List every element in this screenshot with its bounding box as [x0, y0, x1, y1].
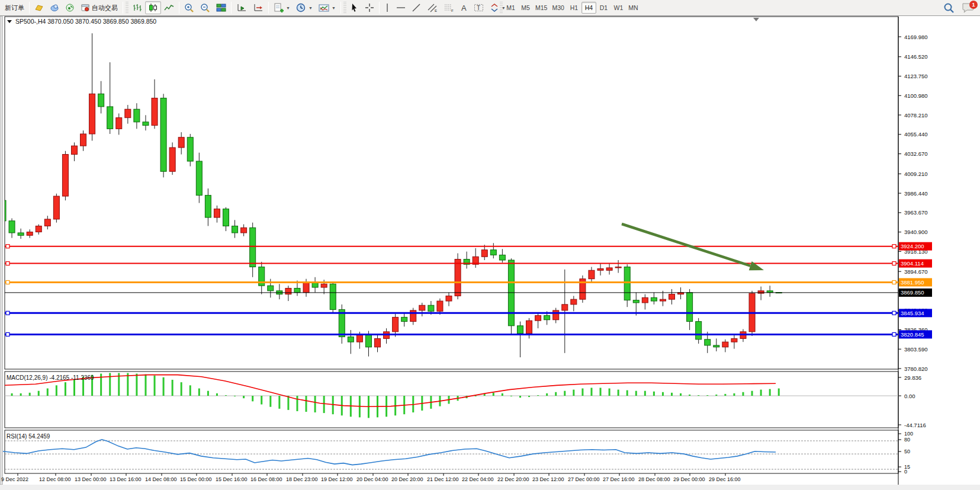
equidistant-channel-icon: E — [427, 3, 438, 12]
market-watch-button[interactable] — [31, 1, 47, 14]
notification-badge: 1 — [969, 1, 978, 9]
candle-body — [53, 196, 59, 219]
macd-histogram-bar — [778, 389, 780, 396]
line-chart-button[interactable] — [161, 1, 177, 14]
candle-body — [767, 291, 773, 293]
toolbar-grip[interactable] — [500, 2, 503, 14]
price-axis-label: 4169.980 — [904, 34, 928, 40]
zoom-out-button[interactable] — [197, 1, 213, 14]
macd-histogram-bar — [742, 392, 744, 396]
tab-h4[interactable]: H4 — [581, 2, 596, 14]
hline-handle[interactable] — [892, 245, 896, 248]
cursor-tool-button[interactable] — [347, 1, 362, 14]
rsi-axis-label: 100 — [904, 431, 913, 437]
candle-body — [223, 209, 229, 226]
periods-button[interactable]: ▼ — [293, 1, 316, 14]
tab-w1[interactable]: W1 — [611, 2, 626, 14]
auto-scroll-button[interactable] — [233, 1, 250, 14]
macd-histogram-bar — [689, 395, 690, 396]
main-price-pane[interactable] — [5, 17, 898, 369]
tab-m1[interactable]: M1 — [503, 2, 518, 14]
tab-d1[interactable]: D1 — [596, 2, 611, 14]
time-axis-label: 9 Dec 2022 — [1, 476, 28, 482]
macd-histogram-bar — [144, 374, 146, 396]
hline-handle[interactable] — [892, 280, 896, 284]
new-order-button[interactable]: 新订单 — [2, 1, 27, 14]
hline-handle[interactable] — [892, 262, 896, 265]
candle-body — [696, 322, 702, 340]
price-tag-label: 3881.950 — [901, 279, 924, 286]
candle-body — [455, 260, 461, 296]
candle-body — [589, 270, 595, 278]
hline-handle[interactable] — [6, 311, 9, 315]
text-tool-button[interactable]: A — [457, 1, 471, 14]
tile-windows-icon — [216, 3, 226, 12]
tab-mn[interactable]: MN — [626, 2, 641, 14]
notifications-button[interactable]: 1 — [961, 1, 976, 15]
price-axis-label: 3963.670 — [904, 209, 928, 216]
candle-body — [633, 300, 639, 303]
zoom-in-button[interactable] — [181, 1, 197, 14]
indicators-button[interactable]: ▼ — [271, 1, 293, 14]
candle-body — [18, 233, 24, 235]
time-axis-label: 19 Dec 12:00 — [321, 476, 353, 482]
crosshair-tool-button[interactable] — [362, 1, 377, 14]
vline-tool-button[interactable] — [381, 1, 393, 14]
candle-body — [526, 321, 532, 334]
candle-body — [178, 137, 184, 148]
signals-button[interactable] — [62, 1, 78, 14]
channel-tool-button[interactable]: E — [424, 1, 441, 14]
candlestick-chart-button[interactable] — [145, 1, 161, 14]
toolbar-grip[interactable] — [126, 2, 128, 14]
candle-body — [356, 335, 362, 342]
candle-body — [428, 305, 434, 311]
autotrading-button[interactable]: 自动交易 — [78, 1, 121, 14]
tab-h1[interactable]: H1 — [567, 2, 581, 14]
cursor-icon — [350, 3, 359, 12]
chart-shift-button[interactable] — [250, 1, 266, 14]
macd-histogram-bar — [323, 396, 325, 413]
label-tool-button[interactable]: T — [471, 1, 487, 14]
macd-histogram-bar — [269, 396, 271, 407]
candle-body — [731, 338, 737, 342]
hline-handle[interactable] — [6, 332, 9, 336]
macd-histogram-bar — [662, 392, 664, 396]
candle-body — [597, 268, 603, 270]
toolbar-separator — [340, 2, 341, 14]
vertical-line-icon — [384, 3, 390, 12]
time-axis-label: 18 Dec 23:00 — [286, 476, 318, 482]
price-axis-label: 3803.590 — [904, 346, 928, 353]
templates-button[interactable]: ▼ — [316, 1, 339, 14]
hline-tool-button[interactable] — [393, 1, 409, 14]
hline-handle[interactable] — [6, 280, 9, 284]
candle-body — [499, 255, 505, 260]
tab-m5[interactable]: M5 — [518, 2, 533, 14]
chart-symbol-ohlc: SP500-,H4 3870.050 3870.450 3869.850 386… — [15, 18, 156, 25]
tab-m30[interactable]: M30 — [550, 2, 566, 14]
hline-handle[interactable] — [6, 262, 9, 265]
rsi-label: RSI(14) 54.2459 — [7, 433, 50, 440]
data-window-button[interactable] — [47, 1, 62, 14]
candle-body — [160, 98, 166, 172]
tab-m15[interactable]: M15 — [533, 2, 550, 14]
macd-histogram-bar — [724, 394, 726, 396]
tile-windows-button[interactable] — [213, 1, 229, 14]
trendline-tool-button[interactable] — [409, 1, 424, 14]
candle-body — [758, 291, 764, 293]
fibonacci-tool-button[interactable]: F — [441, 1, 457, 14]
hline-handle[interactable] — [6, 245, 9, 248]
toolbar-grip[interactable] — [343, 2, 346, 14]
bar-chart-button[interactable] — [129, 1, 145, 14]
candle-body — [393, 317, 399, 331]
macd-histogram-bar — [609, 389, 611, 396]
blue-cloud-icon — [50, 3, 59, 12]
macd-histogram-bar — [581, 389, 583, 396]
macd-histogram-bar — [769, 389, 771, 396]
price-tag-label: 3820.845 — [901, 331, 924, 338]
search-icon[interactable] — [943, 2, 955, 14]
macd-histogram-bar — [644, 391, 646, 396]
hline-handle[interactable] — [892, 311, 896, 315]
chart-canvas[interactable]: 4169.9804146.5204123.7504100.9804078.210… — [0, 0, 980, 490]
macd-histogram-bar — [287, 396, 289, 410]
hline-handle[interactable] — [892, 332, 896, 336]
